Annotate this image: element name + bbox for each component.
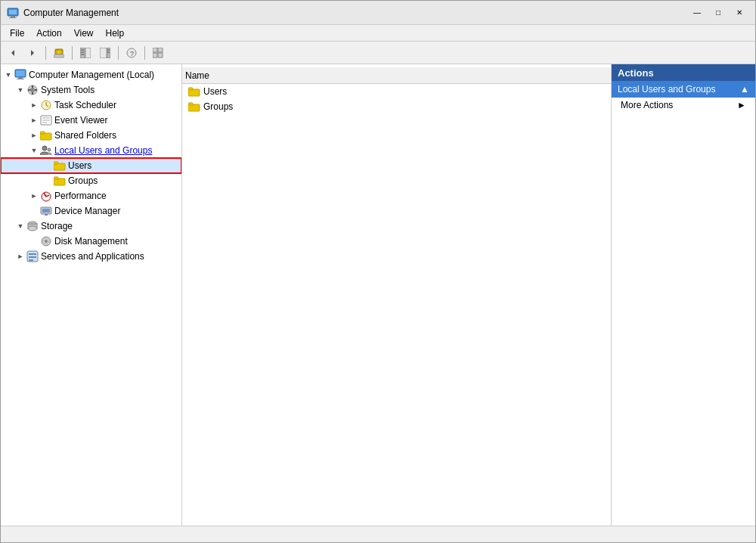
menu-bar: File Action View Help bbox=[1, 25, 755, 42]
tree-storage[interactable]: ▼ Storage bbox=[1, 219, 181, 234]
storage-label: Storage bbox=[41, 221, 73, 231]
system-tools-expand-icon[interactable]: ▼ bbox=[14, 84, 26, 96]
local-users-expand[interactable]: ▼ bbox=[28, 144, 40, 157]
svg-rect-2 bbox=[11, 16, 15, 17]
tree-root[interactable]: ▼ Computer Management (Local) bbox=[1, 67, 181, 82]
close-button[interactable]: ✕ bbox=[730, 5, 749, 20]
svg-rect-63 bbox=[29, 256, 36, 258]
toolbar-sep-3 bbox=[118, 46, 119, 60]
svg-rect-10 bbox=[85, 48, 91, 58]
task-expand[interactable]: ► bbox=[28, 99, 40, 111]
svg-rect-48 bbox=[54, 177, 58, 179]
local-users-label: Local Users and Groups bbox=[54, 145, 152, 156]
svg-rect-3 bbox=[9, 17, 17, 18]
actions-section-local-users[interactable]: Local Users and Groups ▲ bbox=[612, 81, 755, 98]
groups-folder-icon bbox=[54, 175, 66, 187]
svg-text:?: ? bbox=[130, 50, 134, 57]
event-expand[interactable]: ► bbox=[28, 114, 40, 126]
minimize-button[interactable]: — bbox=[687, 5, 707, 20]
svg-rect-25 bbox=[16, 70, 25, 76]
storage-icon bbox=[26, 220, 39, 232]
svg-rect-7 bbox=[57, 51, 61, 54]
center-column-header: Name bbox=[182, 67, 611, 84]
center-users-icon bbox=[188, 85, 200, 98]
toolbar-help-button[interactable]: ? bbox=[122, 45, 141, 61]
menu-view[interactable]: View bbox=[68, 26, 100, 40]
task-scheduler-icon bbox=[40, 99, 52, 111]
event-viewer-label: Event Viewer bbox=[54, 115, 107, 126]
root-expand-icon[interactable]: ▼ bbox=[2, 69, 14, 81]
tree-shared-folders[interactable]: ► Shared Folders bbox=[1, 128, 181, 143]
center-users-label: Users bbox=[203, 86, 227, 97]
svg-rect-42 bbox=[40, 132, 45, 134]
tree-users[interactable]: ► Users bbox=[1, 158, 181, 173]
shared-folders-icon bbox=[40, 129, 52, 141]
local-users-icon bbox=[40, 144, 52, 157]
svg-point-44 bbox=[48, 148, 51, 151]
menu-action[interactable]: Action bbox=[30, 26, 67, 40]
tree-pane: ▼ Computer Management (Local) ▼ bbox=[1, 64, 182, 526]
svg-rect-32 bbox=[28, 89, 30, 91]
svg-rect-68 bbox=[188, 103, 193, 105]
svg-rect-8 bbox=[54, 54, 64, 57]
tree-groups[interactable]: ► Groups bbox=[1, 173, 181, 188]
svg-rect-22 bbox=[153, 53, 157, 57]
storage-expand[interactable]: ▼ bbox=[14, 220, 26, 232]
toolbar-action-pane-button[interactable] bbox=[96, 45, 114, 61]
tree-local-users-groups[interactable]: ▼ Local Users and Groups bbox=[1, 143, 181, 158]
center-groups-label: Groups bbox=[203, 101, 233, 112]
performance-icon bbox=[40, 190, 52, 202]
main-content: ▼ Computer Management (Local) ▼ bbox=[1, 64, 755, 526]
groups-label: Groups bbox=[68, 175, 98, 186]
center-groups-icon bbox=[188, 101, 200, 113]
root-label: Computer Management (Local) bbox=[29, 70, 154, 80]
status-bar bbox=[1, 526, 755, 542]
svg-rect-23 bbox=[158, 53, 163, 57]
toolbar-up-button[interactable] bbox=[50, 45, 68, 61]
shared-expand[interactable]: ► bbox=[28, 129, 40, 141]
toolbar-sep-1 bbox=[45, 46, 46, 60]
computer-management-window: Computer Management — □ ✕ File Action Vi… bbox=[0, 0, 756, 543]
device-manager-icon bbox=[40, 205, 52, 217]
toolbar-forward-button[interactable] bbox=[23, 45, 42, 61]
svg-point-43 bbox=[42, 146, 47, 150]
svg-rect-26 bbox=[18, 77, 23, 79]
tree-services-applications[interactable]: ► Services and Applications bbox=[1, 249, 181, 264]
toolbar-list-view-button[interactable] bbox=[149, 45, 167, 61]
tree-device-manager[interactable]: ► Device Manager bbox=[1, 203, 181, 219]
svg-rect-66 bbox=[188, 88, 193, 90]
maximize-button[interactable]: □ bbox=[708, 5, 728, 20]
tree-task-scheduler[interactable]: ► Task Scheduler bbox=[1, 98, 181, 113]
perf-expand[interactable]: ► bbox=[28, 190, 40, 202]
menu-help[interactable]: Help bbox=[100, 26, 131, 40]
tree-performance[interactable]: ► Performance bbox=[1, 188, 181, 203]
svg-rect-21 bbox=[158, 48, 163, 52]
disk-management-label: Disk Management bbox=[54, 236, 128, 247]
name-column-label: Name bbox=[185, 70, 209, 81]
tree-system-tools[interactable]: ▼ System Tools bbox=[1, 82, 181, 98]
toolbar-console-button[interactable] bbox=[76, 45, 94, 61]
actions-more-actions[interactable]: More Actions ► bbox=[612, 98, 755, 113]
tree-event-viewer[interactable]: ► Event Viewer bbox=[1, 113, 181, 128]
window-title: Computer Management bbox=[23, 8, 687, 18]
system-tools-icon bbox=[26, 84, 39, 96]
toolbar-back-button[interactable] bbox=[4, 45, 22, 61]
svg-point-59 bbox=[45, 240, 48, 243]
svg-rect-14 bbox=[100, 48, 107, 58]
users-folder-icon bbox=[54, 160, 66, 172]
services-expand[interactable]: ► bbox=[14, 250, 26, 262]
performance-label: Performance bbox=[54, 191, 107, 201]
center-groups-row[interactable]: Groups bbox=[182, 99, 611, 114]
disk-management-icon bbox=[40, 235, 52, 247]
toolbar-sep-4 bbox=[144, 46, 145, 60]
app-icon bbox=[7, 7, 19, 19]
event-viewer-icon bbox=[40, 114, 52, 126]
menu-file[interactable]: File bbox=[4, 26, 30, 40]
computer-management-icon bbox=[14, 69, 26, 81]
actions-pane: Actions Local Users and Groups ▲ More Ac… bbox=[612, 64, 755, 526]
more-actions-arrow-icon: ► bbox=[737, 100, 746, 110]
services-icon bbox=[26, 250, 39, 262]
tree-disk-management[interactable]: ► Disk Management bbox=[1, 234, 181, 249]
svg-rect-53 bbox=[42, 209, 50, 213]
center-users-row[interactable]: Users bbox=[182, 84, 611, 99]
